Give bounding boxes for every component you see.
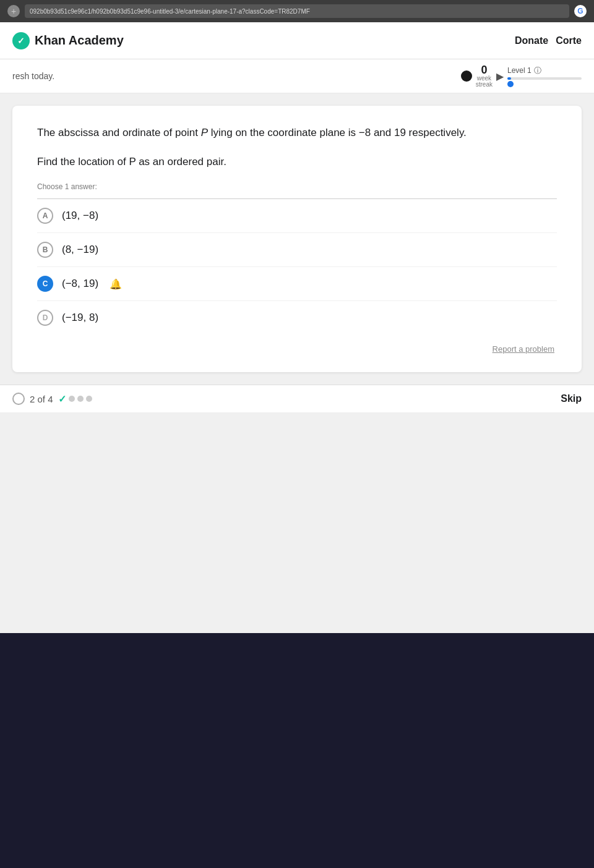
logo-icon: ✓ <box>12 32 30 49</box>
skip-button[interactable]: Skip <box>561 393 582 404</box>
answer-choice-d[interactable]: D (−19, 8) <box>37 301 557 334</box>
radio-b[interactable]: B <box>37 242 53 258</box>
khan-academy-logo[interactable]: ✓ Khan Academy <box>12 32 124 49</box>
streak-count: 0 week streak <box>476 64 493 88</box>
progress-indicator: 2 of 4 ✓ <box>12 393 92 405</box>
google-account-icon[interactable]: G <box>574 5 587 17</box>
find-point-label: P <box>129 156 136 168</box>
check-mark-icon: ✓ <box>58 393 66 405</box>
answer-choice-b[interactable]: B (8, −19) <box>37 233 557 267</box>
bottom-bar: 2 of 4 ✓ Skip <box>0 385 594 412</box>
answer-choice-a[interactable]: A (19, −8) <box>37 199 557 233</box>
donate-button[interactable]: Donate <box>507 30 556 51</box>
streak-number: 0 <box>481 64 487 75</box>
level-progress-bar <box>507 77 582 80</box>
main-content: ✓ Khan Academy Donate Corte resh today. … <box>0 22 594 633</box>
level-dot <box>507 81 514 87</box>
level-label: Level 1 ⓘ <box>507 66 582 76</box>
progress-dot-3 <box>86 396 92 402</box>
hint-icon[interactable]: 🔔 <box>110 278 122 290</box>
logo-text: Khan Academy <box>35 33 124 48</box>
answer-choice-c[interactable]: C (−8, 19) 🔔 <box>37 267 557 301</box>
progress-dot-1 <box>69 396 75 402</box>
answer-text-c: (−8, 19) <box>62 278 98 290</box>
radio-a[interactable]: A <box>37 208 53 224</box>
report-problem-link[interactable]: Report a problem <box>493 344 554 354</box>
progress-circle-icon <box>12 393 25 405</box>
answer-text-d: (−19, 8) <box>62 312 98 324</box>
find-text: Find the location of P as an ordered pai… <box>37 153 557 170</box>
question-card: The abscissa and ordinate of point P lyi… <box>12 106 582 372</box>
dark-bottom-area <box>0 633 594 868</box>
streak-dot-icon <box>461 70 472 82</box>
answer-text-b: (8, −19) <box>62 244 98 256</box>
answer-choices-list: A (19, −8) B (8, −19) C (−8, 19) 🔔 D (−1… <box>37 199 557 334</box>
streak-info: 0 week streak ▶ Level 1 ⓘ <box>461 64 582 88</box>
corte-button[interactable]: Corte <box>556 35 582 46</box>
progress-dots: ✓ <box>58 393 92 405</box>
report-row: Report a problem <box>37 344 557 354</box>
url-bar[interactable]: 092b0b93d51c9e96c1/h092b0b93d51c9e96-unt… <box>25 4 569 18</box>
level-info: Level 1 ⓘ <box>507 66 582 87</box>
arrow-right-icon: ▶ <box>496 70 504 82</box>
question-text: The abscissa and ordinate of point P lyi… <box>37 124 557 141</box>
choose-label: Choose 1 answer: <box>37 182 557 191</box>
point-p-label: P <box>201 127 208 138</box>
resh-today-text: resh today. <box>12 71 54 81</box>
progress-text: 2 of 4 <box>30 394 53 404</box>
radio-d[interactable]: D <box>37 310 53 326</box>
radio-c[interactable]: C <box>37 276 53 292</box>
answer-text-a: (19, −8) <box>62 210 98 222</box>
new-tab-button[interactable]: + <box>7 5 20 17</box>
level-bar-fill <box>507 77 511 80</box>
browser-chrome: + 092b0b93d51c9e96c1/h092b0b93d51c9e96-u… <box>0 0 594 22</box>
streak-bar: resh today. 0 week streak ▶ Level 1 ⓘ <box>0 59 594 93</box>
progress-dot-2 <box>77 396 84 402</box>
streak-label: streak <box>476 82 493 88</box>
top-navigation: ✓ Khan Academy Donate Corte <box>0 22 594 59</box>
